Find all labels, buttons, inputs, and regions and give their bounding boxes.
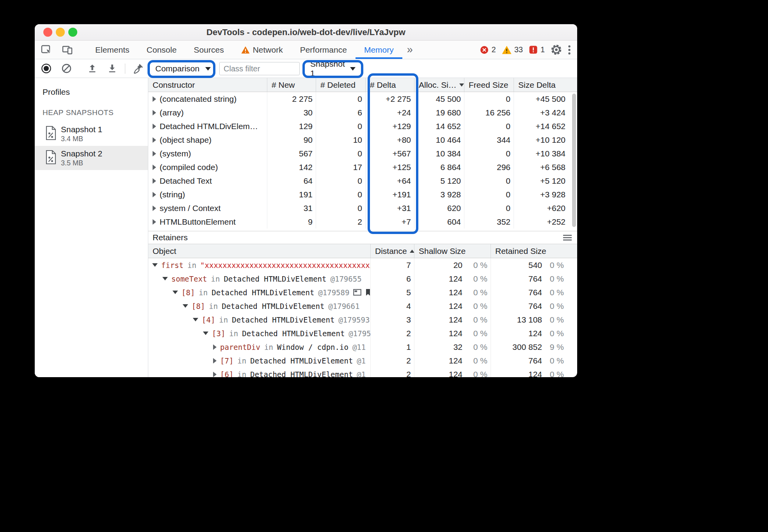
column-header-alloc-size[interactable]: Alloc. Si… (414, 78, 464, 92)
retainer-row[interactable]: [7]inDetached HTMLDivElement@121240 %764… (148, 354, 577, 367)
table-row[interactable]: system / Context310+316200+620 (148, 201, 577, 215)
constructor-cell: Detached Text (148, 174, 267, 188)
frame-icon[interactable] (353, 289, 361, 296)
vertical-scrollbar[interactable] (572, 94, 576, 227)
load-profile-icon[interactable] (87, 64, 97, 73)
record-heap-snapshot-button[interactable] (41, 63, 52, 74)
save-profile-icon[interactable] (107, 64, 117, 73)
table-row[interactable]: (system)5670+56710 3840+10 384 (148, 147, 577, 160)
tab-elements[interactable]: Elements (87, 41, 138, 59)
reveal-icon[interactable] (365, 289, 371, 296)
issues-badge[interactable]: 1 (529, 45, 545, 54)
clear-profiles-icon[interactable] (61, 63, 72, 74)
expand-arrow-icon[interactable] (152, 263, 158, 267)
expand-arrow-icon[interactable] (193, 318, 198, 321)
column-header-size-delta[interactable]: Size Delta (514, 78, 577, 92)
hamburger-menu-icon[interactable] (563, 234, 572, 241)
column-header-deleted[interactable]: # Deleted (316, 78, 366, 92)
cell-size-delta: +10 384 (514, 147, 577, 160)
retainer-row[interactable]: firstin"xxxxxxxxxxxxxxxxxxxxxxxxxxxxxxxx… (148, 258, 577, 272)
table-row[interactable]: HTMLButtonElement92+7604352+252 (148, 215, 577, 229)
minimize-window-button[interactable] (56, 28, 65, 37)
cell-deleted: 0 (316, 92, 366, 106)
zoom-window-button[interactable] (68, 28, 77, 37)
column-header-freed-size[interactable]: Freed Size (464, 78, 514, 92)
cell-size-delta: +3 928 (514, 188, 577, 201)
sidebar-item-snapshot-1[interactable]: Snapshot 13.4 MB (35, 122, 148, 146)
retainer-row[interactable]: [8]inDetached HTMLDivElement@17966141240… (148, 299, 577, 313)
more-tabs-button[interactable]: » (407, 41, 413, 59)
column-header-distance[interactable]: Distance (371, 244, 414, 258)
retainer-row[interactable]: [4]inDetached HTMLDivElement@17959331240… (148, 313, 577, 326)
retainer-object-id: @1795 (348, 329, 371, 338)
close-window-button[interactable] (43, 28, 52, 37)
cell-new: 2 275 (267, 92, 316, 106)
expand-arrow-icon[interactable] (203, 332, 208, 335)
expand-arrow-icon[interactable] (153, 137, 156, 143)
expand-arrow-icon[interactable] (153, 124, 156, 129)
expand-arrow-icon[interactable] (153, 219, 156, 225)
device-toolbar-icon[interactable] (62, 41, 73, 59)
retainer-object-id: @1 (357, 370, 366, 378)
retainer-row[interactable]: [6]inDetached HTMLDivElement@121240 %124… (148, 367, 577, 377)
retainer-row[interactable]: someTextinDetached HTMLDivElement@179655… (148, 272, 577, 286)
column-header-new[interactable]: # New (267, 78, 316, 92)
warning-badge[interactable]: 33 (502, 45, 523, 54)
retainer-row[interactable]: [3]inDetached HTMLDivElement@179521240 %… (148, 326, 577, 340)
expand-arrow-icon[interactable] (153, 165, 156, 170)
profile-view-select[interactable]: Comparison (153, 62, 213, 75)
expand-arrow-icon[interactable] (153, 110, 156, 115)
table-row[interactable]: (string)1910+1913 9280+3 928 (148, 188, 577, 201)
expand-arrow-icon[interactable] (172, 291, 178, 294)
object-cell: [7]inDetached HTMLDivElement@1 (148, 354, 371, 367)
expand-arrow-icon[interactable] (183, 304, 188, 308)
inspect-element-icon[interactable] (41, 41, 52, 59)
clean-garbage-icon[interactable] (133, 64, 144, 74)
base-snapshot-select[interactable]: Snapshot 1 (308, 62, 358, 75)
constructor-cell: (object shape) (148, 133, 267, 147)
column-header-retained-size[interactable]: Retained Size (491, 244, 577, 258)
expand-arrow-icon[interactable] (153, 151, 156, 156)
tab-sources[interactable]: Sources (185, 41, 233, 59)
cell-shallow-size: 1240 % (414, 367, 491, 377)
expand-arrow-icon[interactable] (213, 358, 217, 364)
retained-size-percent: 0 % (542, 301, 564, 311)
constructor-cell: HTMLButtonElement (148, 215, 267, 229)
table-row[interactable]: (object shape)9010+8010 464344+10 120 (148, 133, 577, 147)
settings-gear-icon[interactable] (551, 44, 562, 55)
tab-memory[interactable]: Memory (356, 41, 402, 59)
table-row[interactable]: (compiled code)14217+1256 864296+6 568 (148, 160, 577, 174)
expand-arrow-icon[interactable] (153, 192, 156, 197)
column-header-delta[interactable]: # Delta (366, 78, 414, 92)
retainer-row[interactable]: [8]inDetached HTMLDivElement@17958951240… (148, 286, 577, 299)
shallow-size-value: 124 (414, 274, 462, 284)
constructor-cell: (array) (148, 106, 267, 119)
table-row[interactable]: Detached Text640+645 1200+5 120 (148, 174, 577, 188)
column-header-object[interactable]: Object (148, 244, 371, 258)
tab-console[interactable]: Console (138, 41, 185, 59)
table-row[interactable]: (array)306+2419 68016 256+3 424 (148, 106, 577, 119)
expand-arrow-icon[interactable] (153, 96, 156, 102)
expand-arrow-icon[interactable] (153, 178, 156, 184)
expand-arrow-icon[interactable] (162, 277, 168, 280)
table-row[interactable]: (concatenated string)2 2750+2 27545 5000… (148, 92, 577, 106)
shallow-size-percent: 0 % (462, 370, 487, 378)
expand-arrow-icon[interactable] (213, 344, 217, 350)
retainer-in-label: in (229, 329, 238, 338)
column-header-constructor[interactable]: Constructor (148, 78, 267, 92)
column-header-shallow-size[interactable]: Shallow Size (414, 244, 491, 258)
kebab-menu-icon[interactable] (568, 44, 571, 55)
retainer-row[interactable]: parentDivinWindow / cdpn.io@111320 %300 … (148, 340, 577, 354)
sidebar-item-snapshot-2[interactable]: Snapshot 23.5 MB (35, 146, 148, 170)
chevron-down-icon (205, 67, 211, 71)
expand-arrow-icon[interactable] (213, 372, 217, 377)
tab-performance[interactable]: Performance (292, 41, 356, 59)
retained-size-value: 764 (491, 301, 542, 311)
tab-network[interactable]: Network (233, 41, 292, 59)
expand-arrow-icon[interactable] (153, 206, 156, 211)
class-filter-input[interactable] (219, 62, 300, 75)
table-row[interactable]: Detached HTMLDivElem…1290+12914 6520+14 … (148, 119, 577, 133)
cell-delta: +2 275 (366, 92, 414, 106)
error-badge[interactable]: 2 (480, 45, 496, 55)
cell-alloc-size: 3 928 (414, 188, 464, 201)
